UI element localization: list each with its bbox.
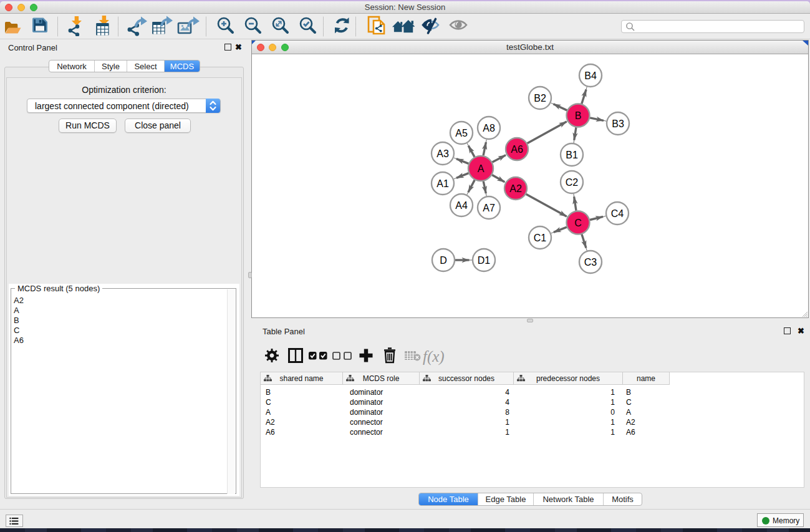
svg-text:C4: C4: [611, 208, 624, 219]
svg-text:C1: C1: [534, 233, 547, 243]
svg-text:C2: C2: [566, 177, 579, 188]
svg-text:A2: A2: [509, 183, 522, 194]
svg-text:B2: B2: [534, 93, 546, 104]
svg-text:A7: A7: [483, 203, 495, 213]
svg-text:A6: A6: [511, 144, 523, 155]
svg-text:A5: A5: [455, 128, 468, 138]
svg-text:A3: A3: [436, 148, 449, 159]
svg-text:D1: D1: [478, 255, 491, 266]
svg-text:D: D: [440, 255, 447, 266]
svg-text:A: A: [478, 163, 485, 174]
svg-text:C3: C3: [584, 257, 597, 268]
svg-text:B4: B4: [584, 70, 597, 81]
svg-text:A4: A4: [455, 200, 468, 211]
svg-text:B: B: [575, 110, 582, 121]
svg-text:B3: B3: [612, 118, 624, 129]
svg-text:C: C: [574, 218, 582, 228]
svg-text:B1: B1: [566, 150, 578, 160]
svg-text:A1: A1: [436, 178, 449, 189]
svg-text:A8: A8: [483, 123, 495, 133]
